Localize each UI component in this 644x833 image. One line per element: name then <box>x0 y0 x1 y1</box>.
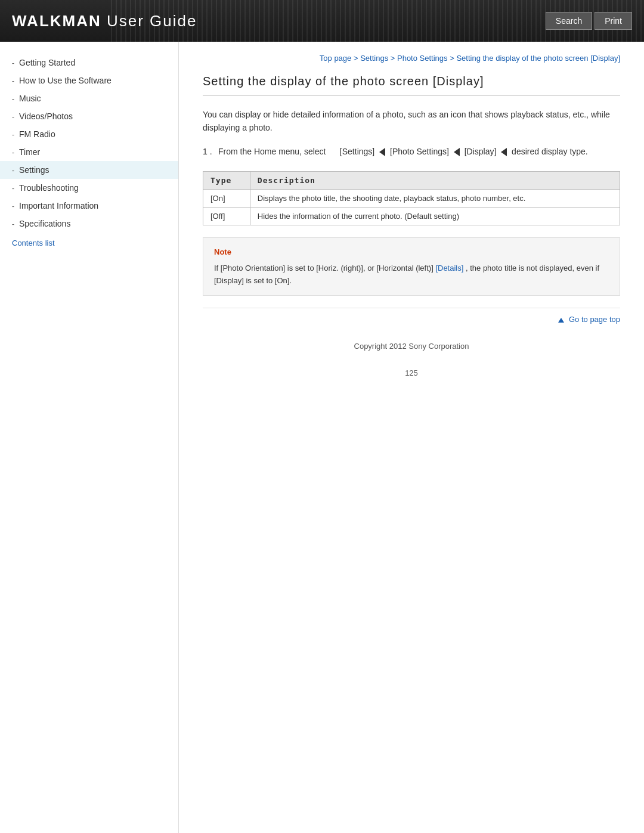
page-number: 125 <box>203 363 620 383</box>
walkman-text: WALKMAN <box>12 12 101 30</box>
breadcrumb-current[interactable]: Setting the display of the photo screen … <box>456 54 620 63</box>
step-text-after: desired display type. <box>512 147 588 156</box>
header-buttons: Search Print <box>546 12 632 30</box>
info-table: Type Description [On] Displays the photo… <box>203 171 620 225</box>
bullet-icon: - <box>12 220 14 228</box>
user-guide-text: User Guide <box>101 12 197 30</box>
go-top-row: Go to page top <box>203 308 620 324</box>
sidebar: - Getting Started - How to Use the Softw… <box>0 42 179 833</box>
sidebar-item-getting-started[interactable]: - Getting Started <box>0 54 178 72</box>
breadcrumb-sep3: > <box>450 54 456 63</box>
arrow-icon-2 <box>454 148 460 156</box>
sidebar-item-label: Timer <box>19 147 40 157</box>
sidebar-item-label: Videos/Photos <box>19 112 73 121</box>
go-top-link[interactable]: Go to page top <box>558 315 620 324</box>
bullet-icon: - <box>12 166 14 175</box>
step-instruction: 1 . From the Home menu, select [Settings… <box>203 144 620 159</box>
breadcrumb-top-page[interactable]: Top page <box>320 54 352 63</box>
details-link[interactable]: [Details] <box>435 264 463 272</box>
sidebar-item-label: Settings <box>19 165 49 175</box>
go-top-text: Go to page top <box>569 315 620 324</box>
bullet-icon: - <box>12 95 14 103</box>
main-content: Top page > Settings > Photo Settings > S… <box>179 42 644 833</box>
sidebar-item-label: How to Use the Software <box>19 76 112 85</box>
sidebar-item-timer[interactable]: - Timer <box>0 143 178 161</box>
contents-list-link[interactable]: Contents list <box>0 233 178 253</box>
page-title: Setting the display of the photo screen … <box>203 75 620 96</box>
sidebar-item-how-to-use[interactable]: - How to Use the Software <box>0 72 178 89</box>
note-text: If [Photo Orientation] is set to [Horiz.… <box>214 262 609 287</box>
table-row: [Off] Hides the information of the curre… <box>203 207 620 225</box>
bullet-icon: - <box>12 148 14 157</box>
sidebar-item-troubleshooting[interactable]: - Troubleshooting <box>0 179 178 197</box>
bullet-icon: - <box>12 113 14 121</box>
sidebar-item-label: Music <box>19 94 41 103</box>
sidebar-item-label: Getting Started <box>19 58 75 67</box>
sidebar-item-label: Troubleshooting <box>19 183 79 193</box>
note-text-before: If [Photo Orientation] is set to [Horiz.… <box>214 264 434 272</box>
table-header-description: Description <box>250 171 620 189</box>
settings-label: [Settings] <box>340 147 374 156</box>
photo-settings-label: [Photo Settings] <box>390 147 449 156</box>
step-text: From the Home menu, select [Settings] [P… <box>218 144 588 159</box>
breadcrumb-photo-settings[interactable]: Photo Settings <box>397 54 448 63</box>
step-text-before: From the Home menu, select <box>218 147 326 156</box>
sidebar-item-specifications[interactable]: - Specifications <box>0 215 178 233</box>
breadcrumb: Top page > Settings > Photo Settings > S… <box>203 54 620 63</box>
copyright-text: Copyright 2012 Sony Corporation <box>354 342 469 351</box>
table-header-type: Type <box>203 171 250 189</box>
arrow-icon-3 <box>501 148 507 156</box>
sidebar-item-fm-radio[interactable]: - FM Radio <box>0 125 178 143</box>
search-button[interactable]: Search <box>546 12 592 30</box>
triangle-up-icon <box>558 318 564 323</box>
bullet-icon: - <box>12 77 14 85</box>
header: WALKMAN User Guide Search Print <box>0 0 644 42</box>
sidebar-item-label: FM Radio <box>19 129 55 139</box>
main-layout: - Getting Started - How to Use the Softw… <box>0 42 644 833</box>
header-title: WALKMAN User Guide <box>12 12 197 30</box>
table-cell-type-on: [On] <box>203 189 250 207</box>
breadcrumb-settings[interactable]: Settings <box>360 54 388 63</box>
bullet-icon: - <box>12 131 14 139</box>
sidebar-item-important-info[interactable]: - Important Information <box>0 197 178 215</box>
bullet-icon: - <box>12 202 14 210</box>
arrow-icon-1 <box>379 148 385 156</box>
note-box: Note If [Photo Orientation] is set to [H… <box>203 237 620 296</box>
sidebar-item-music[interactable]: - Music <box>0 89 178 107</box>
page-description: You can display or hide detailed informa… <box>203 108 620 135</box>
table-cell-type-off: [Off] <box>203 207 250 225</box>
table-cell-desc-on: Displays the photo title, the shooting d… <box>250 189 620 207</box>
bullet-icon: - <box>12 59 14 67</box>
sidebar-item-label: Important Information <box>19 201 98 210</box>
print-button[interactable]: Print <box>595 12 632 30</box>
footer: Copyright 2012 Sony Corporation <box>203 336 620 363</box>
bullet-icon: - <box>12 184 14 193</box>
table-header-row: Type Description <box>203 171 620 189</box>
display-label: [Display] <box>465 147 497 156</box>
step-number: 1 . <box>203 144 215 159</box>
table-row: [On] Displays the photo title, the shoot… <box>203 189 620 207</box>
sidebar-item-settings[interactable]: - Settings <box>0 161 178 179</box>
sidebar-item-label: Specifications <box>19 219 70 228</box>
breadcrumb-sep1: > <box>354 54 360 63</box>
sidebar-item-videos-photos[interactable]: - Videos/Photos <box>0 107 178 125</box>
table-cell-desc-off: Hides the information of the current pho… <box>250 207 620 225</box>
note-label: Note <box>214 246 609 259</box>
breadcrumb-sep2: > <box>391 54 397 63</box>
